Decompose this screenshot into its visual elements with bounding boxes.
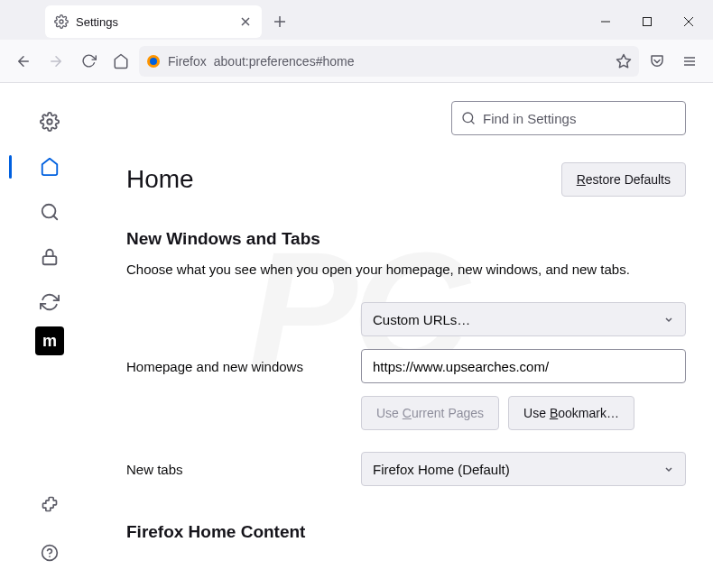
minimize-button[interactable] <box>585 4 626 40</box>
svg-rect-7 <box>43 256 57 264</box>
newtabs-select[interactable]: Firefox Home (Default) <box>361 452 686 486</box>
forward-button[interactable] <box>42 47 70 76</box>
sidebar-item-help[interactable] <box>31 532 69 574</box>
title-bar: Settings <box>0 0 713 40</box>
svg-point-5 <box>47 119 52 124</box>
newtabs-label: New tabs <box>126 462 343 477</box>
settings-search-input[interactable]: Find in Settings <box>451 101 686 135</box>
window-controls <box>585 4 709 40</box>
close-window-button[interactable] <box>668 4 709 40</box>
svg-point-0 <box>60 20 63 23</box>
section-title: New Windows and Tabs <box>126 229 686 249</box>
firefox-logo-icon <box>146 54 161 69</box>
homepage-url-field[interactable] <box>373 359 674 374</box>
back-button[interactable] <box>9 47 38 76</box>
sidebar-item-home[interactable] <box>31 146 69 188</box>
search-placeholder: Find in Settings <box>483 111 576 126</box>
svg-rect-1 <box>644 18 652 26</box>
sidebar-item-privacy[interactable] <box>31 236 69 278</box>
close-tab-icon[interactable] <box>238 14 253 29</box>
url-text: about:preferences#home <box>214 54 608 69</box>
homepage-mode-select[interactable]: Custom URLs… <box>361 302 686 336</box>
page-title: Home <box>126 165 194 194</box>
use-bookmark-button[interactable]: Use Bookmark… <box>508 396 634 430</box>
homepage-label: Homepage and new windows <box>126 359 343 374</box>
use-current-pages-button[interactable]: Use Current Pages <box>361 396 499 430</box>
svg-point-3 <box>150 58 157 65</box>
toolbar: Firefox about:preferences#home <box>0 40 713 83</box>
sidebar-item-extensions[interactable] <box>31 483 69 525</box>
url-bar[interactable]: Firefox about:preferences#home <box>139 46 639 77</box>
sidebar-item-search[interactable] <box>31 191 69 233</box>
reload-button[interactable] <box>74 47 103 76</box>
tab-title: Settings <box>76 15 231 29</box>
home-button[interactable] <box>106 47 135 76</box>
maximize-button[interactable] <box>626 4 668 40</box>
sidebar: m <box>0 83 99 588</box>
chevron-down-icon <box>663 314 674 325</box>
chevron-down-icon <box>663 464 674 474</box>
gear-icon <box>54 14 69 29</box>
new-tab-button[interactable] <box>265 7 294 36</box>
sidebar-item-general[interactable] <box>31 101 69 142</box>
pocket-button[interactable] <box>643 47 671 76</box>
search-icon <box>461 111 476 125</box>
svg-marker-4 <box>617 54 631 67</box>
select-value: Firefox Home (Default) <box>373 462 510 477</box>
bookmark-star-icon[interactable] <box>616 53 632 69</box>
browser-tab[interactable]: Settings <box>45 5 262 38</box>
restore-defaults-button[interactable]: Restore Defaults <box>561 162 686 197</box>
select-value: Custom URLs… <box>373 312 470 327</box>
main-content: Find in Settings Home Restore Defaults N… <box>99 83 713 588</box>
sidebar-item-mozilla[interactable]: m <box>35 326 64 355</box>
section-description: Choose what you see when you open your h… <box>126 262 686 277</box>
homepage-url-input[interactable] <box>361 349 686 383</box>
section2-title: Firefox Home Content <box>126 522 686 542</box>
url-identity: Firefox <box>168 54 207 69</box>
sidebar-item-sync[interactable] <box>31 281 69 323</box>
menu-button[interactable] <box>675 47 704 76</box>
